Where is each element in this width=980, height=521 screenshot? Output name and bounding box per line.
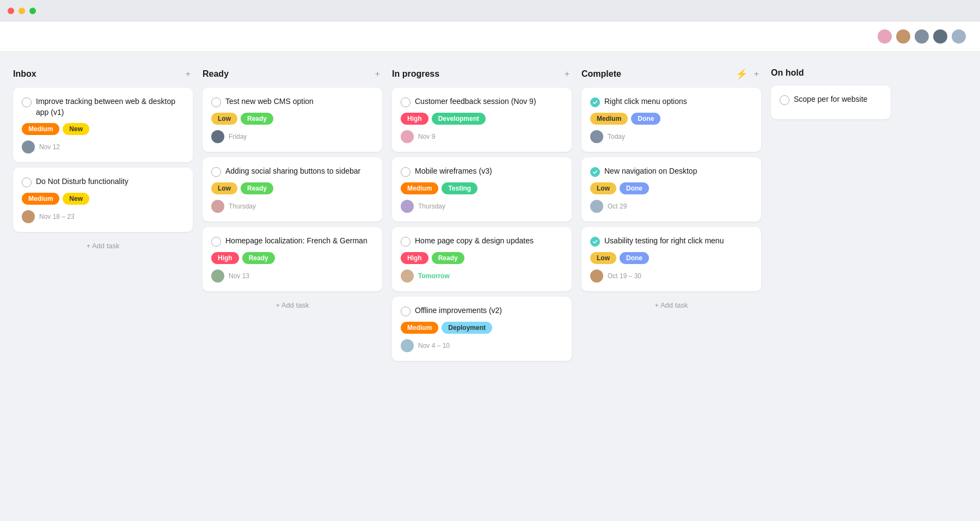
card-date-c5: Nov 13 xyxy=(229,272,249,280)
tag-low[interactable]: Low xyxy=(590,252,616,264)
card-title-c5: Homepage localization: French & German xyxy=(225,236,367,247)
card-date-c10: Today xyxy=(608,133,625,140)
tag-development[interactable]: Development xyxy=(432,113,486,125)
card-c10[interactable]: Right click menu optionsMediumDoneToday xyxy=(581,88,761,152)
tag-done[interactable]: Done xyxy=(620,252,649,264)
column-title-inprogress: In progress xyxy=(392,69,439,79)
card-c3[interactable]: Test new web CMS optionLowReadyFriday xyxy=(203,88,382,152)
card-title-c9: Offline improvements (v2) xyxy=(415,305,502,316)
tag-new[interactable]: New xyxy=(63,193,89,205)
card-avatar-c3 xyxy=(211,130,224,143)
card-date-c1: Nov 12 xyxy=(39,143,60,151)
card-date-c11: Oct 29 xyxy=(608,203,627,210)
card-c7[interactable]: Mobile wireframes (v3)MediumTestingThurs… xyxy=(392,157,572,222)
card-title-c6: Customer feedback session (Nov 9) xyxy=(415,96,536,107)
check-icon-c4[interactable] xyxy=(211,167,221,177)
card-title-c12: Usability testing for right click menu xyxy=(604,236,724,247)
tag-deployment[interactable]: Deployment xyxy=(442,322,492,334)
card-avatar-c7 xyxy=(401,200,414,213)
card-avatar-c10 xyxy=(590,130,603,143)
tag-ready[interactable]: Ready xyxy=(241,182,273,194)
add-column-button-inbox[interactable]: + xyxy=(183,68,193,80)
card-c1[interactable]: Improve tracking between web & desktop a… xyxy=(13,88,193,162)
card-c9[interactable]: Offline improvements (v2)MediumDeploymen… xyxy=(392,297,572,361)
lightning-icon: ⚡ xyxy=(736,68,748,80)
avatar-1 xyxy=(877,28,893,45)
tag-medium[interactable]: Medium xyxy=(401,322,438,334)
card-date-c8: Tomorrow xyxy=(418,272,450,280)
tag-high[interactable]: High xyxy=(211,252,239,264)
add-column-button-ready[interactable]: + xyxy=(373,68,382,80)
check-icon-c8[interactable] xyxy=(401,237,411,247)
check-icon-c13[interactable] xyxy=(780,95,789,105)
column-title-inbox: Inbox xyxy=(13,69,36,79)
column-inbox: Inbox+Improve tracking between web & des… xyxy=(13,68,193,505)
tag-ready[interactable]: Ready xyxy=(242,252,275,264)
dot-red[interactable] xyxy=(8,8,14,14)
check-icon-c2[interactable] xyxy=(22,177,32,187)
tag-high[interactable]: High xyxy=(401,252,428,264)
check-icon-c11[interactable] xyxy=(590,167,600,177)
card-c2[interactable]: Do Not Disturb functionalityMediumNewNov… xyxy=(13,168,193,232)
column-header-inbox: Inbox+ xyxy=(13,68,193,80)
tag-ready[interactable]: Ready xyxy=(432,252,464,264)
card-title-c2: Do Not Disturb functionality xyxy=(36,176,128,187)
board-area: Inbox+Improve tracking between web & des… xyxy=(0,52,980,521)
column-header-ready: Ready+ xyxy=(203,68,382,80)
card-c11[interactable]: New navigation on DesktopLowDoneOct 29 xyxy=(581,157,761,222)
tag-high[interactable]: High xyxy=(401,113,428,125)
tag-low[interactable]: Low xyxy=(211,113,237,125)
title-bar xyxy=(0,0,980,22)
add-task-button-complete[interactable]: + Add task xyxy=(581,297,761,314)
card-title-c7: Mobile wireframes (v3) xyxy=(415,166,492,177)
check-icon-c6[interactable] xyxy=(401,97,411,107)
card-c6[interactable]: Customer feedback session (Nov 9)HighDev… xyxy=(392,88,572,152)
avatar-3 xyxy=(914,28,930,45)
card-date-c9: Nov 4 – 10 xyxy=(418,342,450,350)
check-icon-c12[interactable] xyxy=(590,237,600,247)
add-column-button-complete[interactable]: + xyxy=(752,68,761,80)
add-task-button-inbox[interactable]: + Add task xyxy=(13,237,193,254)
tag-medium[interactable]: Medium xyxy=(401,182,438,194)
add-column-button-inprogress[interactable]: + xyxy=(562,68,572,80)
add-task-button-ready[interactable]: + Add task xyxy=(203,297,382,314)
tag-done[interactable]: Done xyxy=(631,113,660,125)
card-avatar-c8 xyxy=(401,269,414,283)
card-c8[interactable]: Home page copy & design updatesHighReady… xyxy=(392,227,572,291)
card-title-c4: Adding social sharing buttons to sidebar xyxy=(225,166,360,177)
column-inprogress: In progress+Customer feedback session (N… xyxy=(392,68,572,505)
column-complete: Complete⚡+Right click menu optionsMedium… xyxy=(581,68,761,505)
card-date-c2: Nov 18 – 23 xyxy=(39,213,75,220)
card-c12[interactable]: Usability testing for right click menuLo… xyxy=(581,227,761,291)
check-icon-c1[interactable] xyxy=(22,97,32,107)
tag-testing[interactable]: Testing xyxy=(442,182,477,194)
card-title-c11: New navigation on Desktop xyxy=(604,166,697,177)
dot-yellow[interactable] xyxy=(19,8,25,14)
check-icon-c7[interactable] xyxy=(401,167,411,177)
check-icon-c3[interactable] xyxy=(211,97,221,107)
tag-low[interactable]: Low xyxy=(590,182,616,194)
card-avatar-c5 xyxy=(211,269,224,283)
header-avatars xyxy=(877,28,967,45)
tag-new[interactable]: New xyxy=(63,123,89,135)
tag-ready[interactable]: Ready xyxy=(241,113,273,125)
card-avatar-c1 xyxy=(22,140,35,154)
tag-low[interactable]: Low xyxy=(211,182,237,194)
card-c13[interactable]: Scope per for website xyxy=(771,85,891,119)
card-c4[interactable]: Adding social sharing buttons to sidebar… xyxy=(203,157,382,222)
column-title-complete: Complete xyxy=(581,69,621,79)
check-icon-c5[interactable] xyxy=(211,237,221,247)
check-icon-c10[interactable] xyxy=(590,97,600,107)
card-title-c10: Right click menu options xyxy=(604,96,687,107)
tag-medium[interactable]: Medium xyxy=(590,113,628,125)
card-date-c4: Thursday xyxy=(229,203,256,210)
tag-done[interactable]: Done xyxy=(620,182,649,194)
card-c5[interactable]: Homepage localization: French & GermanHi… xyxy=(203,227,382,291)
avatar-5 xyxy=(951,28,967,45)
card-title-c1: Improve tracking between web & desktop a… xyxy=(36,96,184,118)
check-icon-c9[interactable] xyxy=(401,307,411,316)
tag-medium[interactable]: Medium xyxy=(22,123,59,135)
tag-medium[interactable]: Medium xyxy=(22,193,59,205)
card-avatar-c6 xyxy=(401,130,414,143)
dot-green[interactable] xyxy=(29,8,36,14)
